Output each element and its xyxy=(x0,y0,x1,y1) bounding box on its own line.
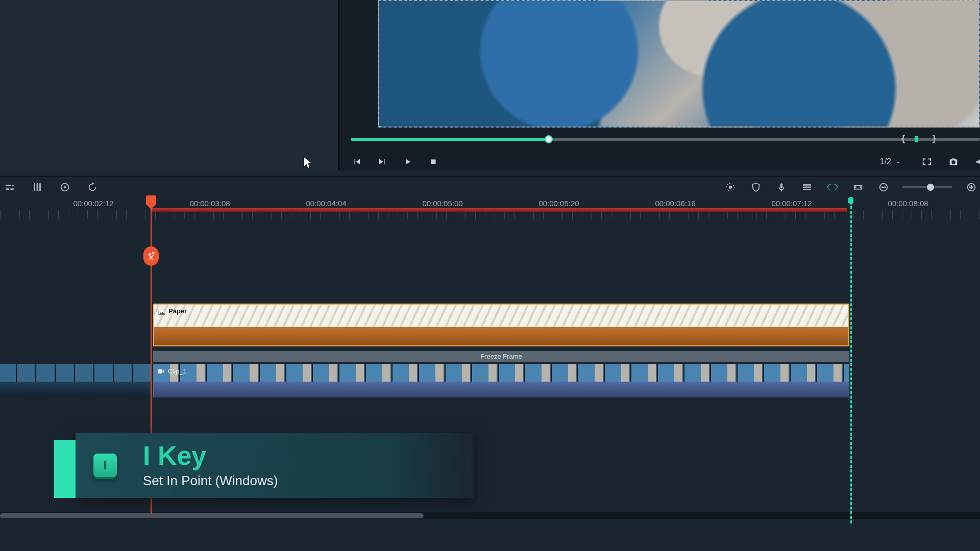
playback-speed-selector[interactable]: 1/2 xyxy=(880,157,901,166)
svg-rect-5 xyxy=(780,183,782,188)
out-point-cap-icon[interactable] xyxy=(848,197,853,204)
snapshot-button[interactable] xyxy=(947,156,960,168)
ruler-tick-label: 00:00:03:08 xyxy=(189,199,230,208)
video-icon xyxy=(157,367,166,377)
freeze-frame-label[interactable]: Freeze Frame xyxy=(153,351,849,362)
image-icon xyxy=(157,308,166,317)
ruler-tick-label: 00:00:05:20 xyxy=(538,199,579,208)
step-forward-button[interactable] xyxy=(376,156,388,168)
callout-accent xyxy=(54,440,76,498)
clip-paper[interactable]: Paper xyxy=(153,304,849,346)
mask-button[interactable] xyxy=(749,181,763,194)
svg-point-2 xyxy=(64,186,66,188)
ruler-tick-label: 00:00:04:04 xyxy=(306,199,346,208)
ruler-tick-label: 00:00:06:16 xyxy=(655,199,695,208)
zoom-slider-knob[interactable] xyxy=(927,184,934,191)
ripple-button[interactable] xyxy=(826,181,839,194)
svg-rect-8 xyxy=(881,187,885,188)
out-point-line xyxy=(850,197,852,523)
inspector-panel xyxy=(0,0,339,170)
adjust-button[interactable] xyxy=(3,181,16,194)
timeline-horizontal-scrollbar[interactable] xyxy=(0,512,980,519)
clip-main-lead[interactable] xyxy=(0,364,152,397)
callout-subtitle: Set In Point (Windows) xyxy=(143,473,278,489)
safezone-handle-icon[interactable] xyxy=(679,126,684,128)
chevron-down-icon xyxy=(895,159,901,165)
fit-button[interactable] xyxy=(851,181,865,194)
stop-button[interactable] xyxy=(427,156,439,168)
clip-paper-label: Paper xyxy=(168,307,187,315)
play-button[interactable] xyxy=(402,156,414,168)
key-badge: I xyxy=(93,454,117,477)
scrollbar-thumb[interactable] xyxy=(0,513,424,518)
callout-title: I Key xyxy=(143,442,278,469)
preview-pane: { } 00:00: 1/2 xyxy=(339,0,980,170)
clip-main[interactable]: Clip_1 xyxy=(153,364,849,397)
preview-right-controls: 1/2 xyxy=(880,153,980,170)
timeline-tracks[interactable]: Paper Freeze Frame Clip_1 xyxy=(0,219,980,551)
svg-rect-11 xyxy=(971,185,972,189)
split-button[interactable] xyxy=(143,246,159,266)
ruler-tick-label: 00:00:07:12 xyxy=(771,199,812,208)
voiceover-button[interactable] xyxy=(775,181,788,194)
svg-rect-13 xyxy=(158,369,162,373)
tracks-button[interactable] xyxy=(800,181,814,194)
step-back-button[interactable] xyxy=(351,156,363,168)
ruler-tick-label: 00:00:08:08 xyxy=(888,199,928,208)
zoom-in-button[interactable] xyxy=(965,181,978,194)
zoom-slider[interactable] xyxy=(902,186,952,188)
fullscreen-button[interactable] xyxy=(921,156,933,168)
svg-rect-0 xyxy=(431,160,436,164)
preview-canvas[interactable] xyxy=(378,0,980,128)
timeline-toolbar xyxy=(0,177,980,197)
ruler-tick-label: 00:00:05:00 xyxy=(422,199,462,208)
clip-main-label: Clip_1 xyxy=(168,367,187,375)
mark-in-out-braces[interactable]: { } xyxy=(901,133,948,144)
scrubber-knob[interactable] xyxy=(545,135,553,143)
render-button[interactable] xyxy=(86,181,99,194)
safezone-handle-icon[interactable] xyxy=(378,126,382,128)
zoom-out-button[interactable] xyxy=(877,181,890,194)
effects-button[interactable] xyxy=(724,181,737,194)
ruler-selection-range xyxy=(151,208,847,212)
color-button[interactable] xyxy=(58,181,71,194)
playback-speed-value: 1/2 xyxy=(880,157,891,166)
transport-controls xyxy=(351,153,439,170)
volume-button[interactable] xyxy=(974,156,980,168)
scrubber-progress xyxy=(351,138,549,141)
audio-mixer-button[interactable] xyxy=(31,181,44,194)
ruler-tick-label: 00:00:02:12 xyxy=(73,199,113,208)
shortcut-callout: I I Key Set In Point (Windows) xyxy=(76,433,474,498)
svg-point-3 xyxy=(729,186,732,189)
preview-scrubber[interactable] xyxy=(351,138,980,141)
